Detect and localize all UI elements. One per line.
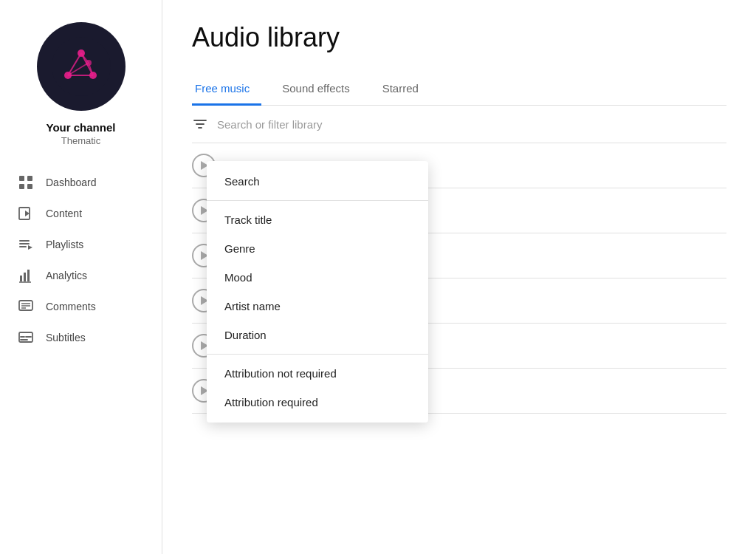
subtitles-label: Subtitles — [46, 332, 86, 343]
dropdown-item-attribution-required[interactable]: Attribution required — [207, 388, 428, 417]
svg-point-0 — [52, 37, 111, 96]
dropdown-item-artist-name[interactable]: Artist name — [207, 292, 428, 321]
playlists-icon — [18, 236, 34, 253]
dashboard-icon — [18, 174, 34, 191]
search-placeholder: Search or filter library — [217, 118, 323, 131]
analytics-label: Analytics — [46, 270, 87, 281]
tab-free-music[interactable]: Free music — [192, 76, 261, 106]
analytics-icon — [18, 267, 34, 284]
search-bar[interactable]: Search or filter library — [192, 106, 726, 143]
dropdown-item-attribution-not-required[interactable]: Attribution not required — [207, 359, 428, 388]
sidebar-item-subtitles[interactable]: Subtitles — [0, 322, 162, 353]
channel-avatar — [37, 22, 126, 111]
channel-sub: Thematic — [61, 135, 100, 146]
filter-dropdown: Search Track title Genre Mood Artist nam… — [207, 161, 428, 423]
svg-marker-16 — [25, 211, 30, 216]
svg-rect-21 — [20, 276, 22, 281]
svg-rect-14 — [27, 184, 32, 189]
svg-rect-11 — [19, 176, 24, 181]
tabs: Free music Sound effects Starred — [192, 75, 726, 106]
svg-marker-20 — [28, 245, 32, 250]
sidebar-item-analytics[interactable]: Analytics — [0, 260, 162, 291]
sidebar-item-comments[interactable]: Comments — [0, 291, 162, 322]
content-label: Content — [46, 208, 82, 219]
channel-name: Your channel — [47, 121, 116, 134]
dropdown-item-genre[interactable]: Genre — [207, 234, 428, 263]
page-title: Audio library — [192, 22, 726, 53]
svg-rect-13 — [19, 184, 24, 189]
tab-sound-effects[interactable]: Sound effects — [279, 76, 361, 106]
dropdown-divider — [207, 354, 428, 355]
subtitles-icon — [18, 329, 34, 346]
sidebar-nav: Dashboard Content Playlists — [0, 167, 162, 353]
svg-rect-22 — [24, 273, 26, 281]
playlists-label: Playlists — [46, 239, 83, 250]
sidebar-item-playlists[interactable]: Playlists — [0, 229, 162, 260]
dropdown-item-mood[interactable]: Mood — [207, 263, 428, 292]
comments-icon — [18, 298, 34, 315]
sidebar-item-content[interactable]: Content — [0, 198, 162, 229]
dropdown-item-track-title[interactable]: Track title — [207, 205, 428, 234]
sidebar: Your channel Thematic Dashboard — [0, 0, 162, 554]
svg-rect-12 — [27, 176, 32, 181]
comments-label: Comments — [46, 301, 96, 312]
dashboard-label: Dashboard — [46, 177, 97, 188]
content-icon — [18, 205, 34, 222]
svg-rect-23 — [27, 270, 30, 281]
dropdown-item-search[interactable]: Search — [207, 167, 428, 196]
dropdown-divider — [207, 200, 428, 201]
tab-starred[interactable]: Starred — [379, 76, 430, 106]
main-content: Audio library Free music Sound effects S… — [162, 0, 756, 554]
sidebar-item-dashboard[interactable]: Dashboard — [0, 167, 162, 198]
dropdown-item-duration[interactable]: Duration — [207, 321, 428, 349]
filter-icon — [192, 116, 208, 132]
